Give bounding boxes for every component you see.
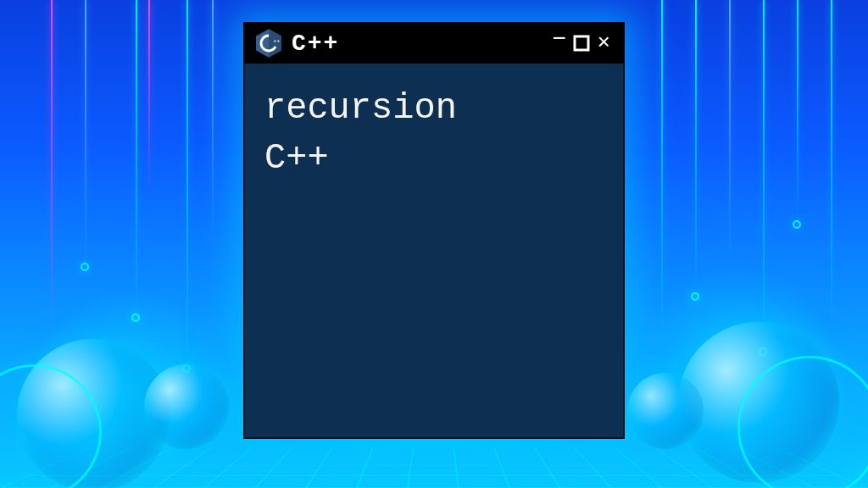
minimize-button[interactable]: − (551, 28, 569, 52)
svg-rect-5 (575, 36, 588, 50)
cpp-logo-icon: + + (256, 29, 281, 58)
svg-text:+: + (277, 38, 281, 43)
content-line-1: recursion (264, 84, 604, 134)
close-button[interactable]: × (595, 32, 612, 54)
titlebar[interactable]: + + C++ − × (244, 23, 624, 64)
terminal-window: + + C++ − × recursion C++ (243, 22, 625, 439)
title-left: + + C++ (256, 29, 339, 58)
maximize-button[interactable] (571, 35, 592, 52)
window-controls: − × (551, 31, 612, 55)
window-title: C++ (292, 30, 339, 57)
svg-text:+: + (273, 38, 276, 43)
terminal-content: recursion C++ (244, 64, 624, 204)
content-line-2: C++ (264, 134, 604, 184)
